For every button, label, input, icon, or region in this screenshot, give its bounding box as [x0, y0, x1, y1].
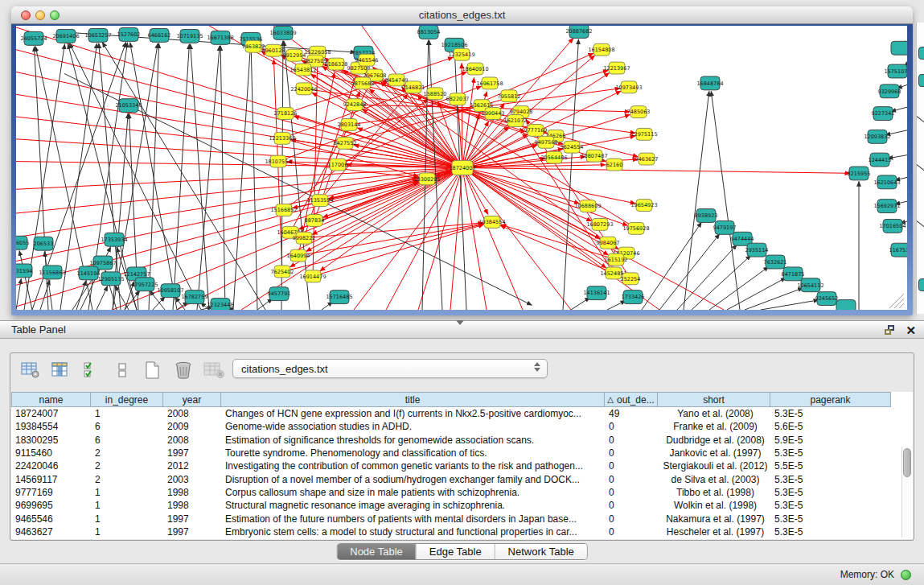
- graph-node[interactable]: 20887682: [565, 26, 592, 38]
- graph-node[interactable]: 10654112: [797, 278, 823, 292]
- graph-node[interactable]: 8960128: [262, 44, 285, 56]
- graph-node[interactable]: 9242848: [343, 99, 367, 111]
- close-panel-icon[interactable]: ✕: [906, 324, 916, 336]
- table-row[interactable]: 946554611997Estimation of the future num…: [11, 512, 913, 525]
- table-row[interactable]: 946362711997Embryonic stem cells: a mode…: [11, 525, 913, 538]
- graph-node[interactable]: 24055724: [20, 31, 47, 45]
- graph-node[interactable]: 2935114: [745, 243, 769, 257]
- graph-node[interactable]: 1615192: [605, 253, 628, 266]
- graph-node[interactable]: 16914479: [299, 270, 326, 282]
- graph-node[interactable]: 7632621: [764, 255, 787, 269]
- graph-node[interactable]: 9329968: [878, 84, 901, 98]
- graph-node[interactable]: 9479197: [713, 220, 737, 234]
- graph-node[interactable]: 21053346: [115, 99, 142, 113]
- graph-node[interactable]: 1990443: [482, 108, 505, 120]
- column-header-year[interactable]: year: [163, 392, 221, 407]
- graph-node[interactable]: 10958107: [157, 284, 183, 298]
- graph-node[interactable]: [891, 41, 907, 55]
- graph-node[interactable]: 16671388: [207, 31, 233, 44]
- graph-node[interactable]: 9875685: [351, 77, 375, 89]
- graph-node[interactable]: 9465546: [355, 54, 379, 66]
- table-row[interactable]: 1938455462009Genome-wide association stu…: [11, 420, 913, 433]
- scrollbar-thumb[interactable]: [903, 448, 911, 477]
- graph-node[interactable]: 9998222: [293, 232, 316, 244]
- graph-node[interactable]: 19756928: [622, 222, 649, 234]
- graph-node[interactable]: 15716485: [326, 290, 352, 304]
- split-pane-handle[interactable]: [456, 320, 464, 325]
- graph-node[interactable]: 3624554: [561, 141, 584, 153]
- graph-node[interactable]: 12213369: [269, 132, 295, 144]
- graph-node[interactable]: 8813054: [417, 26, 441, 39]
- table-row[interactable]: 2242004622012Investigating the contribut…: [11, 459, 913, 472]
- graph-node[interactable]: 16961758: [476, 77, 503, 89]
- tab-edge-table[interactable]: Edge Table: [416, 544, 495, 559]
- graph-node[interactable]: 12093832: [864, 130, 890, 143]
- graph-node[interactable]: 16033809: [269, 26, 296, 39]
- column-header-name[interactable]: name: [11, 392, 91, 407]
- graph-node[interactable]: 16782759: [181, 290, 207, 304]
- tab-node-table[interactable]: Node Table: [337, 544, 416, 559]
- graph-node[interactable]: 10807487: [581, 150, 607, 162]
- graph-node[interactable]: 10653257: [84, 28, 111, 42]
- table-row[interactable]: 1456911722003Disruption of a novel membe…: [11, 472, 913, 485]
- graph-node[interactable]: 14136141: [583, 286, 610, 300]
- graph-node[interactable]: 15692971: [873, 200, 900, 213]
- graph-node[interactable]: 20691406: [52, 29, 79, 43]
- window-titlebar[interactable]: citations_edges.txt: [11, 6, 913, 24]
- graph-node[interactable]: 1640994: [287, 249, 310, 262]
- graph-node[interactable]: 10688609: [574, 200, 601, 212]
- graph-node[interactable]: 8912954: [283, 49, 306, 61]
- graph-node[interactable]: 1588520: [424, 88, 447, 100]
- table-row[interactable]: 1830029562008Estimation of significance …: [11, 434, 913, 447]
- graph-node[interactable]: 117006: [328, 159, 348, 171]
- tab-network-table[interactable]: Network Table: [495, 544, 587, 559]
- table-row[interactable]: 911546021997Tourette syndrome. Phenomeno…: [11, 447, 913, 459]
- graph-node[interactable]: 8471875: [782, 267, 805, 281]
- graph-node[interactable]: 887834: [305, 215, 325, 227]
- table-settings-icon[interactable]: [20, 360, 41, 381]
- graph-node[interactable]: 9227341: [872, 107, 895, 121]
- graph-node[interactable]: 6466162: [148, 28, 171, 42]
- column-header-short[interactable]: short: [658, 392, 770, 407]
- graph-node[interactable]: 2718126: [274, 108, 298, 120]
- graph-node[interactable]: 7625402: [271, 266, 294, 278]
- graph-node[interactable]: 6822037: [446, 93, 470, 105]
- graph-node[interactable]: 18640910: [462, 63, 488, 75]
- graph-node[interactable]: 1527602: [117, 27, 141, 41]
- graph-node[interactable]: 9984067: [597, 237, 620, 249]
- graph-node[interactable]: 1167533: [889, 243, 907, 257]
- graph-node[interactable]: 9457791: [268, 287, 291, 301]
- column-header-title[interactable]: title: [221, 392, 605, 407]
- column-chooser-icon[interactable]: [51, 360, 72, 381]
- table-header-row[interactable]: namein_degreeyeartitle△out_de...shortpag…: [11, 392, 913, 407]
- table-selector-dropdown[interactable]: citations_edges.txt: [232, 359, 548, 378]
- column-header-pagerank[interactable]: pagerank: [770, 392, 891, 407]
- graph-node[interactable]: 8186328: [325, 58, 348, 70]
- graph-node[interactable]: 17016504: [879, 219, 906, 233]
- canvas-resize-grip[interactable]: [889, 294, 904, 308]
- graph-node[interactable]: 331594: [16, 264, 32, 278]
- graph-node[interactable]: 206533: [34, 237, 54, 250]
- graph-node[interactable]: 8215955: [848, 167, 871, 180]
- graph-node[interactable]: 12905135: [97, 272, 124, 286]
- graph-node[interactable]: 1145194: [77, 266, 101, 280]
- graph-node[interactable]: 8938923: [695, 209, 718, 223]
- graph-node[interactable]: 10719135: [176, 29, 203, 43]
- graph-node[interactable]: 2526055: [16, 236, 29, 249]
- table-row[interactable]: 969969511998Structural magnetic resonanc…: [11, 499, 913, 512]
- table-row[interactable]: 1872400712008Changes of HCN gene express…: [11, 407, 913, 420]
- graph-node[interactable]: 9245652: [815, 292, 839, 306]
- graph-node[interactable]: 18724007: [449, 161, 475, 175]
- delete-table-icon[interactable]: [203, 360, 224, 381]
- graph-node[interactable]: 11156863: [39, 266, 65, 279]
- new-column-icon[interactable]: [142, 360, 163, 381]
- graph-node[interactable]: 19654923: [630, 200, 657, 212]
- float-panel-icon[interactable]: [885, 325, 896, 336]
- column-header-in_degree[interactable]: in_degree: [91, 392, 163, 407]
- graph-node[interactable]: 9497568: [535, 136, 558, 148]
- graph-node[interactable]: 16210643: [873, 175, 900, 189]
- graph-node[interactable]: 1733426: [622, 290, 645, 304]
- table-panel-header[interactable]: Table Panel ✕: [0, 321, 924, 339]
- column-header-out_de[interactable]: △out_de...: [605, 392, 658, 407]
- graph-node[interactable]: 62160: [606, 159, 623, 171]
